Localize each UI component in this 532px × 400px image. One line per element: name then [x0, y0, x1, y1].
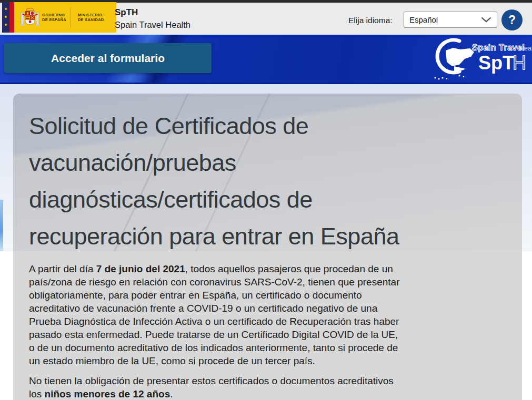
intro-paragraph-1: A partir del día 7 de junio del 2021, to…	[29, 262, 405, 367]
app-identity: SpTH Spain Travel Health	[115, 7, 190, 30]
spth-brand-logo: Spain Travel Health SpT H	[427, 36, 532, 84]
flag-red-band	[9, 2, 14, 33]
spth-logo-icon: Spain Travel Health SpT H	[427, 36, 532, 84]
app-acronym: SpTH	[115, 7, 190, 18]
intro-paragraph-2: No tienen la obligación de presentar est…	[29, 374, 405, 400]
main-nav-band: Acceder al formulario Spain Travel Healt…	[0, 35, 532, 84]
p2-rest: .	[170, 388, 173, 399]
brand-title-main: Spain Travel	[472, 43, 525, 52]
app-name: Spain Travel Health	[115, 20, 190, 30]
p2-bold-children: niños menores de 12 años	[45, 388, 170, 399]
brand-title-suffix: Health	[519, 45, 532, 52]
page-title-line: Solicitud de Certificados de	[29, 108, 506, 145]
gobierno-label: GOBIERNO DE ESPAÑA	[42, 13, 66, 22]
page-title-line: recuperación para entrar en España	[29, 218, 506, 255]
gov-logo-plate: GOBIERNO DE ESPAÑA MINISTERIO DE SANIDAD	[18, 2, 116, 33]
page-title: Solicitud de Certificados de vacunación/…	[13, 94, 522, 255]
language-selected-value: Español	[409, 15, 438, 24]
p1-bold-date: 7 de junio del 2021	[96, 263, 185, 274]
coat-of-arms-icon	[21, 5, 39, 29]
government-logo: GOBIERNO DE ESPAÑA MINISTERIO DE SANIDAD	[2, 2, 116, 33]
intro-text: A partir del día 7 de junio del 2021, to…	[13, 255, 421, 400]
language-label: Elija idioma:	[348, 16, 393, 25]
language-select[interactable]: Español	[404, 12, 497, 28]
page-title-line: diagnósticas/certificados de	[29, 181, 506, 218]
p1-lead: A partir del día	[29, 263, 96, 274]
logo-divider	[71, 7, 71, 27]
page-header: GOBIERNO DE ESPAÑA MINISTERIO DE SANIDAD…	[0, 3, 532, 35]
brand-acronym-outline: H	[513, 52, 526, 74]
hero-photo-blue-edge	[0, 200, 3, 251]
flag-yellow-band	[14, 2, 18, 33]
eu-stars-band	[2, 2, 9, 33]
help-button[interactable]: ?	[501, 9, 523, 30]
brand-acronym-main: SpT	[478, 52, 514, 74]
access-form-button[interactable]: Acceder al formulario	[4, 43, 212, 73]
p1-rest: , todos aquellos pasajeros que procedan …	[29, 263, 399, 366]
question-mark-icon: ?	[508, 13, 516, 27]
chevron-down-icon	[481, 17, 491, 23]
eu-flag-strip-icon	[2, 2, 18, 33]
access-form-button-label: Acceder al formulario	[51, 52, 165, 65]
page-title-line: vacunación/pruebas	[29, 145, 506, 181]
spain-map-icon	[446, 48, 474, 66]
content-card: Solicitud de Certificados de vacunación/…	[13, 94, 522, 400]
ministerio-label: MINISTERIO DE SANIDAD	[78, 13, 104, 22]
